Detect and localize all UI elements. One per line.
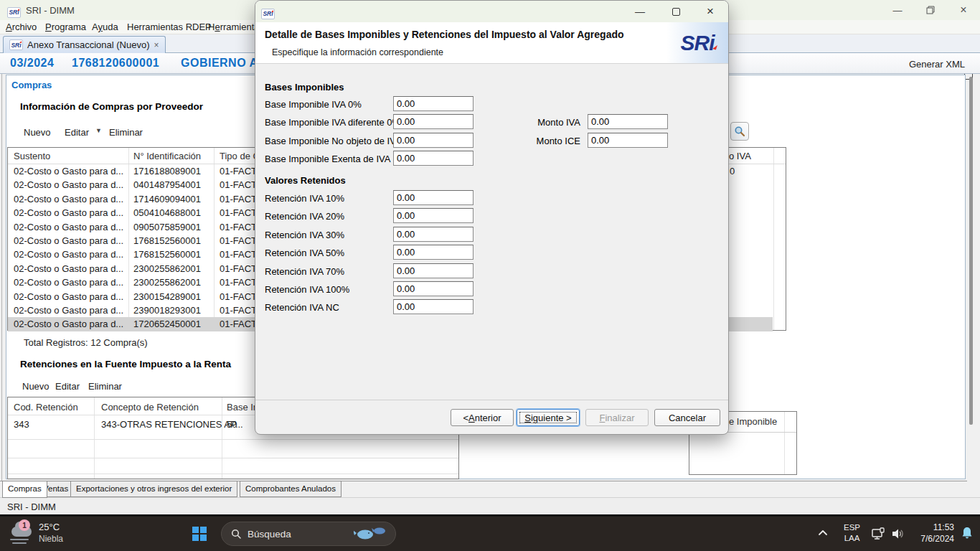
compras-eliminar-button[interactable]: Eliminar: [109, 127, 143, 138]
total-registros: Total Registros: 12 Compra(s): [24, 337, 148, 348]
col-tipo[interactable]: Tipo de C: [220, 151, 260, 161]
field-label: Monto IVA: [501, 117, 580, 128]
vertical-scrollbar[interactable]: [969, 77, 973, 425]
dialog-header: Detalle de Bases Imponibles y Retencione…: [255, 22, 728, 64]
cell-base: 50: [227, 419, 237, 430]
cell: 1768152560001: [133, 248, 216, 261]
time: 11:53: [908, 522, 954, 533]
retenciones-editar-button[interactable]: Editar: [55, 381, 80, 392]
field-input[interactable]: [393, 281, 473, 296]
col-sustento[interactable]: Sustento: [14, 151, 50, 161]
field-input[interactable]: [393, 227, 473, 242]
cell: 02-Costo o Gasto para d...: [14, 317, 130, 331]
cell: 02-Costo o Gasto para d...: [14, 234, 130, 248]
retenciones-nuevo-button[interactable]: Nuevo: [22, 381, 50, 392]
sri-logo: SRi: [666, 22, 728, 63]
start-button[interactable]: [188, 522, 211, 545]
retenciones-eliminar-button[interactable]: Eliminar: [88, 381, 122, 392]
field-input[interactable]: [588, 114, 668, 129]
app-icon: SRi: [7, 4, 21, 18]
finalizar-button: Finalizar: [585, 409, 649, 426]
tab-anexo-transaccional[interactable]: SRi Anexo Transaccional (Nuevo) ×: [3, 36, 166, 53]
dialog-minimize-icon[interactable]: —: [626, 1, 654, 22]
cell: 1768152560001: [133, 234, 216, 248]
compras-nuevo-button[interactable]: Nuevo: [24, 127, 51, 138]
dialog-button-bar: < Anterior Siguiente > Finalizar Cancela…: [255, 400, 728, 435]
menu-herramientas-rdep[interactable]: Herramientas RDEP: [127, 22, 212, 32]
generar-xml-link[interactable]: Generar XML: [909, 59, 965, 70]
search-button[interactable]: [730, 122, 749, 141]
minimize-icon[interactable]: —: [881, 0, 914, 20]
field-input[interactable]: [588, 133, 668, 148]
menu-programa[interactable]: Programa: [45, 22, 86, 32]
col-concepto[interactable]: Concepto de Retención: [101, 402, 199, 413]
compras-title: Información de Compras por Proveedor: [20, 101, 203, 112]
screen: SRi SRI - DIMM — × Archivo Programa Ayud…: [0, 0, 980, 551]
col-identificacion[interactable]: N° Identificación: [133, 151, 201, 161]
tray-chevron-icon[interactable]: [816, 527, 829, 542]
status-bar: SRI - DIMM: [0, 497, 980, 514]
field-input[interactable]: [393, 299, 473, 314]
weather-widget[interactable]: 1 25°C Niebla: [6, 517, 113, 551]
network-icon[interactable]: [871, 527, 885, 544]
tab-comprobantes-anulados[interactable]: Comprobantes Anulados: [240, 481, 341, 497]
menu-ayuda[interactable]: Ayuda: [92, 22, 118, 32]
window-title: SRI - DIMM: [26, 5, 75, 16]
menu-archivo[interactable]: Archivo: [6, 22, 37, 32]
tab-compras[interactable]: Compras: [2, 481, 47, 498]
cell: 02-Costo o Gasto para d...: [14, 262, 130, 276]
cell: 02-Costo o Gasto para d...: [14, 303, 130, 317]
dialog-close-icon[interactable]: ×: [696, 1, 725, 22]
field-input[interactable]: [393, 263, 473, 278]
taxpayer-name: GOBIERNO A: [181, 57, 258, 70]
cell: 0401487954001: [133, 178, 216, 192]
siguiente-button[interactable]: Siguiente >: [517, 409, 580, 426]
field-label: Monto ICE: [501, 136, 580, 146]
sri-icon: SRi: [9, 39, 23, 50]
bottom-tab-strip: Compras Ventas Exportaciones y otros ing…: [0, 481, 967, 497]
editar-dropdown-icon[interactable]: ▼: [95, 127, 102, 134]
clock[interactable]: 11:53 7/6/2024: [908, 522, 954, 545]
iva-detail-dialog: SRi — × Detalle de Bases Imponibles y Re…: [255, 0, 729, 435]
cell: 1720652450001: [133, 317, 216, 331]
bases-section-title: Bases Imponibles: [265, 82, 344, 93]
field-input[interactable]: [393, 96, 473, 111]
cell: 2300255862001: [133, 276, 216, 289]
language-indicator[interactable]: ESPLAA: [844, 522, 860, 544]
field-label: Retención IVA 30%: [265, 230, 344, 240]
cell: 0905075859001: [133, 220, 216, 234]
cell: 02-Costo o Gasto para d...: [14, 206, 130, 220]
field-label: Retención IVA 20%: [265, 211, 344, 222]
field-input[interactable]: [393, 208, 473, 223]
cell: 2390018293001: [133, 303, 216, 317]
field-label: Base Imponible IVA 0%: [265, 99, 362, 110]
restore-icon[interactable]: [914, 0, 947, 20]
cell: 1714609094001: [133, 192, 216, 206]
dialog-title: Detalle de Bases Imponibles y Retencione…: [265, 29, 624, 40]
anterior-button[interactable]: < Anterior: [451, 409, 514, 426]
field-label: Retención IVA NC: [265, 302, 339, 313]
field-input[interactable]: [393, 114, 473, 129]
close-icon[interactable]: ×: [947, 0, 980, 20]
field-input[interactable]: [393, 151, 473, 166]
cell: 02-Costo o Gasto para d...: [14, 178, 130, 192]
notification-bell-icon[interactable]: [960, 526, 974, 543]
weather-condition: Niebla: [39, 534, 63, 544]
field-input[interactable]: [393, 245, 473, 260]
search-icon: [734, 126, 745, 137]
dialog-maximize-icon[interactable]: [661, 1, 690, 22]
search-bar[interactable]: Búsqueda: [221, 522, 396, 546]
field-label: Retención IVA 70%: [265, 266, 344, 277]
cell: 1716188089001: [133, 164, 216, 178]
retenciones-title: Retenciones en la Fuente Impuesto a la R…: [20, 359, 231, 369]
volume-icon[interactable]: [890, 527, 905, 544]
tab-exportaciones[interactable]: Exportaciones y otros ingresos del exter…: [70, 481, 237, 497]
dialog-sri-icon: SRi: [261, 6, 275, 19]
field-input[interactable]: [393, 133, 473, 148]
cancelar-button[interactable]: Cancelar: [654, 409, 720, 426]
field-input[interactable]: [393, 190, 473, 205]
col-cod-retencion[interactable]: Cod. Retención: [14, 402, 78, 413]
compras-editar-button[interactable]: Editar: [65, 127, 89, 138]
tab-close-icon[interactable]: ×: [154, 40, 159, 50]
cell: 2300154289001: [133, 290, 216, 303]
